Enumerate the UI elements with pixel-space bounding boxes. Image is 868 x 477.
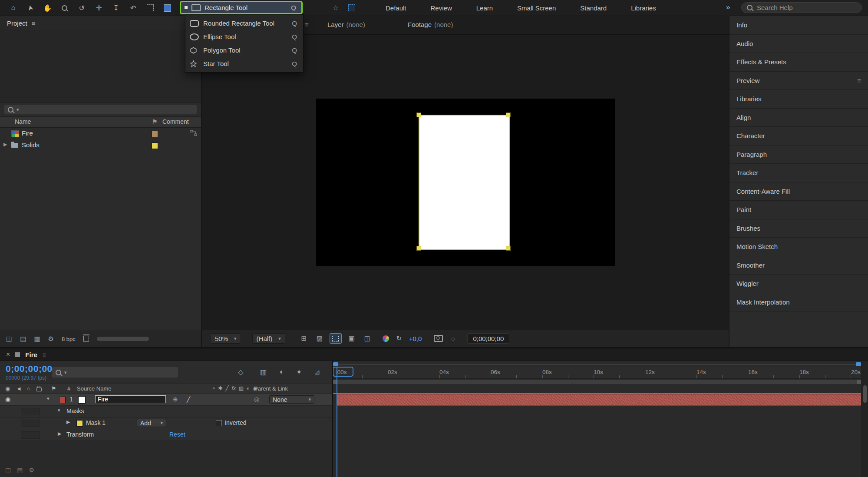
panel-preview[interactable]: Preview ≡ [729, 72, 868, 90]
close-icon[interactable]: × [6, 351, 10, 358]
panel-effects-presets[interactable]: Effects & Presets [729, 53, 868, 72]
panel-menu-icon[interactable]: ≡ [305, 21, 309, 28]
composition-canvas[interactable] [316, 99, 615, 266]
timeline-navigator-bar[interactable] [333, 364, 861, 365]
rotate-tool-icon[interactable]: ↶ [127, 4, 140, 12]
timeline-vertical-scrollbar[interactable] [861, 361, 868, 477]
panel-scroll-pill[interactable] [97, 337, 149, 341]
work-area-bar[interactable] [333, 380, 861, 384]
help-search-box[interactable] [741, 2, 862, 13]
dolly-tool-icon[interactable]: ↧ [109, 4, 122, 12]
workspace-small-screen[interactable]: Small Screen [517, 4, 556, 12]
layer-row-fire[interactable]: ◉ ▾ 1 Fire ⊕ ╱ ◎ None ▾ [0, 394, 332, 406]
panel-paint[interactable]: Paint [729, 201, 868, 219]
settings-icon[interactable]: ⚙ [48, 335, 54, 343]
timeline-search-box[interactable]: ▾ [52, 367, 178, 378]
reset-exposure-icon[interactable]: ↻ [393, 334, 405, 343]
panel-tracker[interactable]: Tracker [729, 164, 868, 182]
index-column-header[interactable]: # [67, 385, 70, 392]
panel-brushes[interactable]: Brushes [729, 219, 868, 238]
panel-mask-interpolation[interactable]: Mask Interpolation [729, 293, 868, 312]
channel-display-icon[interactable] [383, 335, 389, 342]
inverted-checkbox[interactable] [216, 420, 222, 426]
current-timecode[interactable]: 0;00;00;00 [6, 364, 53, 374]
label-column-icon[interactable]: ⚑ [152, 118, 158, 125]
panel-paragraph[interactable]: Paragraph [729, 146, 868, 164]
show-snapshot-icon[interactable]: ◌ [447, 334, 459, 343]
video-column-icon[interactable]: ◉ [5, 385, 10, 392]
navigator-end-handle[interactable] [856, 362, 861, 366]
timeline-panel-menu-icon[interactable]: ≡ [43, 351, 46, 358]
search-options-chevron[interactable]: ▾ [64, 370, 67, 375]
new-folder-icon[interactable]: ▤ [20, 335, 26, 343]
composition-mini-flowchart-icon[interactable]: ◇ [238, 368, 243, 376]
fill-color-swatch[interactable] [161, 4, 174, 12]
workspace-learn[interactable]: Learn [476, 4, 493, 12]
layer-switches-header[interactable]: ◔ ✱ ╱ fx ▨ ◐ ◉ [212, 385, 257, 391]
collapse-switch[interactable]: ⊕ [173, 396, 178, 403]
proportional-grid-icon[interactable]: ◫ [362, 334, 373, 343]
navigator-start-handle[interactable] [333, 362, 338, 366]
hand-tool-icon[interactable]: ✋ [41, 4, 54, 12]
preview-panel-menu-icon[interactable]: ≡ [857, 77, 861, 84]
panel-content-aware-fill[interactable]: Content-Aware Fill [729, 182, 868, 201]
pickwhip-icon[interactable]: ◎ [254, 396, 259, 403]
masks-group-row[interactable]: ▾ Masks [0, 406, 332, 417]
audio-column-icon[interactable]: ◄ [16, 385, 22, 392]
mask-handle-top-left[interactable] [416, 113, 421, 117]
rectangle-tool-button[interactable]: Rectangle Tool Q [180, 1, 303, 14]
time-ruler[interactable]: :00s 02s 04s 06s 08s 10s 12s 14s 16s 18s… [333, 367, 861, 379]
orbit-tool-icon[interactable]: ↺ [75, 4, 88, 12]
help-search-input[interactable] [756, 3, 856, 12]
name-column-header[interactable]: Name [15, 118, 31, 125]
label-column-icon[interactable]: ⚑ [51, 385, 56, 392]
snapshot-camera-icon[interactable] [434, 335, 443, 342]
new-composition-icon[interactable]: ▦ [34, 335, 40, 343]
expand-in-out-icon[interactable]: ⚙ [29, 467, 34, 474]
region-of-interest-icon[interactable]: ▣ [346, 334, 357, 343]
pan-camera-tool-icon[interactable]: ✛ [92, 4, 106, 12]
project-tab[interactable]: Project [7, 20, 27, 27]
mask-visibility-toggle[interactable] [330, 333, 342, 344]
mask1-expand-chevron[interactable]: ▶ [66, 419, 70, 425]
menu-item-ellipse-tool[interactable]: Ellipse Tool Q [185, 30, 303, 43]
trash-icon[interactable] [83, 336, 89, 342]
workspace-libraries[interactable]: Libraries [631, 4, 656, 12]
menu-item-polygon-tool[interactable]: Polygon Tool Q [185, 43, 303, 57]
label-color-chip[interactable] [152, 142, 158, 149]
graph-editor-icon[interactable]: ⊿ [314, 368, 320, 376]
panel-libraries[interactable]: Libraries [729, 90, 868, 109]
magnification-dropdown[interactable]: 50% ▾ [211, 333, 241, 344]
expand-transfer-controls-icon[interactable]: ▤ [17, 467, 23, 474]
project-item-fire[interactable]: Fire [0, 128, 201, 139]
mask-handle-top-right[interactable] [506, 113, 511, 117]
selection-box-icon[interactable] [348, 4, 355, 11]
search-options-chevron[interactable]: ▾ [17, 107, 19, 113]
mask-color-chip[interactable] [76, 420, 83, 427]
project-item-solids[interactable]: ▶ Solids [0, 139, 201, 151]
transparency-grid-icon[interactable]: ▨ [314, 334, 325, 343]
frame-blending-icon[interactable]: ✦ [296, 368, 302, 376]
home-icon[interactable]: ⌂ [7, 4, 20, 12]
layer-visibility-eye-icon[interactable]: ◉ [5, 396, 10, 403]
scrollbar-thumb[interactable] [863, 385, 867, 403]
exposure-offset-value[interactable]: +0,0 [409, 335, 422, 342]
mask-handle-bottom-left[interactable] [416, 246, 421, 251]
parent-link-column-header[interactable]: Parent & Link [254, 385, 288, 392]
panel-audio[interactable]: Audio [729, 35, 868, 53]
tab-footage[interactable]: Footage (none) [408, 21, 453, 28]
layer-name-field[interactable]: Fire [95, 395, 166, 403]
panel-motion-sketch[interactable]: Motion Sketch [729, 238, 868, 256]
workspace-overflow-chevron[interactable]: » [726, 3, 730, 12]
menu-item-star-tool[interactable]: Star Tool Q [185, 57, 303, 70]
masks-expand-chevron[interactable]: ▾ [58, 407, 60, 413]
tab-layer[interactable]: Layer (none) [327, 21, 365, 28]
playhead-line[interactable] [337, 367, 337, 477]
star-tool-icon[interactable]: ☆ [333, 3, 339, 12]
bit-depth-button[interactable]: 8 bpc [62, 336, 76, 342]
source-name-column-header[interactable]: Source Name [77, 385, 111, 392]
motion-blur-icon[interactable]: ◐ [280, 368, 284, 376]
selection-tool-icon[interactable]: ➤ [24, 4, 37, 12]
panel-smoother[interactable]: Smoother [729, 256, 868, 275]
transform-row[interactable]: ▶ Transform Reset [0, 429, 332, 441]
